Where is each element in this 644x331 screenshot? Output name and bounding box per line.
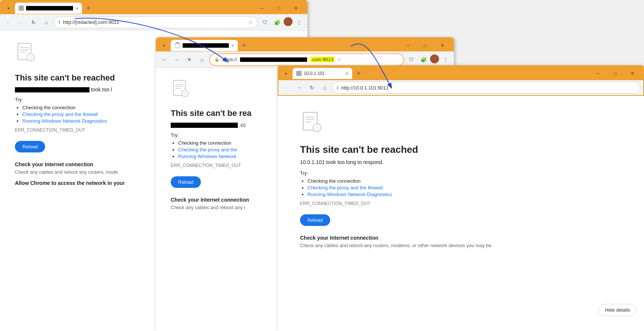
page-content-3: :( This site can't be reached 10.0.1.101… [278,96,644,331]
reload-button-2[interactable]: Reload [171,176,201,188]
menu-icon-1[interactable]: ⋮ [294,17,304,28]
window-controls-2: ─ □ ✕ [400,40,451,51]
active-tab-2[interactable]: ✕ [171,40,238,51]
section-text-3: Check any cables and reboot any routers,… [300,242,622,249]
hide-details-button[interactable]: Hide details [599,304,637,316]
svg-text::(: :( [315,124,319,131]
tab-spinner-2 [174,42,180,48]
avatar-2[interactable] [430,54,439,63]
error-icon-2: :( [171,79,191,100]
shield-icon-2[interactable]: 🛡 [406,54,417,65]
chevron-down-icon: ▾ [7,6,9,10]
url-suffix-2: .com:9013 [310,57,334,62]
error-subtitle-3: 10.0.1.101 took too long to respond. [300,159,622,165]
reload-btn-3[interactable]: ↻ [307,82,317,93]
maximize-btn-1[interactable]: □ [270,2,287,14]
address-bar-1[interactable]: ℹ http://[redacted].com:9011 ☆ [54,16,258,28]
new-tab-btn-2[interactable]: + [239,41,249,50]
close-btn-1[interactable]: ✕ [287,2,304,14]
redacted-domain-2 [171,123,238,128]
url-text-3: http://10.0.1.101:9011 [341,85,635,91]
diagnostics-link-2[interactable]: Running Windows Network [178,154,236,159]
reload-btn-1[interactable]: ↻ [28,17,39,28]
tab-close-2[interactable]: ✕ [231,44,234,48]
active-tab-1[interactable]: ✕ [15,3,82,14]
error-icon-1: :( [15,42,37,64]
url-redacted-2 [240,57,307,62]
try-item-3-2[interactable]: Checking the proxy and the firewall [307,185,622,190]
star-icon-1[interactable]: ☆ [249,20,253,25]
tab-close-3[interactable]: ✕ [345,72,348,76]
tab-title-1 [26,6,73,10]
close-btn-2[interactable]: ✕ [434,40,451,51]
diagnostics-link-3[interactable]: Running Windows Network Diagnostics [307,192,392,197]
error-subtitle-suffix-1: took too l [91,86,112,92]
proxy-link-3[interactable]: Checking the proxy and the firewall [307,185,383,190]
chevron-down-icon-2: ▾ [163,44,165,48]
new-tab-btn-3[interactable]: + [354,69,363,78]
menu-icon-2[interactable]: ⋮ [441,54,451,65]
window-controls-3: ─ □ ✕ [590,67,641,79]
forward-btn-1[interactable]: → [16,17,26,28]
minimize-btn-3[interactable]: ─ [590,67,607,79]
tab-title-3: 10.0.1.101 [304,71,343,76]
star-icon-2[interactable]: ☆ [337,57,341,62]
url-text-1: http://[redacted].com:9011 [63,19,246,25]
forward-btn-2[interactable]: → [171,54,182,65]
new-tab-btn-1[interactable]: + [83,3,93,13]
extensions-icon-1[interactable]: 🧩 [272,17,282,28]
address-bar-3[interactable]: ℹ http://10.0.1.101:9011 [332,82,640,94]
url-text-2: https:// [222,57,237,62]
maximize-btn-2[interactable]: □ [417,40,434,51]
active-tab-3[interactable]: 10.0.1.101 ✕ [293,68,352,79]
home-btn-2[interactable]: ⌂ [197,54,207,65]
close-btn-3[interactable]: ✕ [624,67,641,79]
back-btn-1[interactable]: ← [3,17,13,28]
error-subtitle-suffix-2: .cc [239,122,246,128]
info-icon-3: ℹ [337,85,338,90]
tab-dropdown-btn-2[interactable]: ▾ [159,40,169,51]
close-loading-btn-2[interactable]: ✕ [184,54,195,65]
back-btn-2[interactable]: ← [159,54,169,65]
reload-button-3[interactable]: Reload [300,214,330,226]
svg-text::(: :( [184,91,187,96]
extensions-icon-2[interactable]: 🧩 [418,54,429,65]
redacted-domain-1 [15,87,89,92]
reload-button-1[interactable]: Reload [15,141,45,152]
window-controls-1: ─ □ ✕ [253,2,304,14]
avatar-1[interactable] [284,17,293,26]
svg-text::(: :( [29,54,32,60]
toolbar-1: ← → ↻ ⌂ ℹ http://[redacted].com:9011 ☆ 🛡… [0,14,307,31]
home-btn-3[interactable]: ⌂ [319,82,330,93]
try-list-3: Checking the connection Checking the pro… [300,178,622,197]
maximize-btn-3[interactable]: □ [607,67,624,79]
address-bar-2[interactable]: 🔒 https:// .com:9013 ☆ [209,54,404,66]
try-section-3: Try: Checking the connection Checking th… [300,170,622,197]
tab-dropdown-btn-1[interactable]: ▾ [3,3,13,13]
try-item-3-1: Checking the connection [307,178,622,184]
back-btn-3[interactable]: ← [281,82,292,93]
chevron-down-icon-3: ▾ [285,72,287,76]
section-title-3: Check your Internet connection [300,235,622,241]
diagnostics-link-1[interactable]: Running Windows Network Diagnostics [22,118,107,124]
minimize-btn-2[interactable]: ─ [400,40,417,51]
try-item-3-3[interactable]: Running Windows Network Diagnostics [307,192,622,197]
tab-favicon-1 [19,6,24,11]
proxy-link-2[interactable]: Checking the proxy and the [178,147,237,152]
tab-favicon-3 [296,71,302,76]
forward-btn-3[interactable]: → [294,82,304,93]
toolbar-3: ← → ↻ ⌂ ℹ http://10.0.1.101:9011 [278,79,644,96]
tab-close-1[interactable]: ✕ [75,6,78,10]
tab-dropdown-btn-3[interactable]: ▾ [281,68,291,79]
error-icon-3: :( [300,111,324,135]
shield-icon-1[interactable]: 🛡 [260,17,270,28]
home-btn-1[interactable]: ⌂ [41,17,51,28]
lock-icon-2: 🔒 [214,57,220,62]
section-internet-3: Check your Internet connection Check any… [300,235,622,249]
proxy-link-1[interactable]: Checking the proxy and the firewall [22,111,98,117]
toolbar-icons-1: 🛡 🧩 ⋮ [260,17,304,28]
lock-icon-1: ℹ [59,20,60,25]
minimize-btn-1[interactable]: ─ [253,2,270,14]
browser-window-3: ▾ 10.0.1.101 ✕ + ─ □ ✕ ← → ↻ ⌂ ℹ http://… [278,65,644,331]
error-code-3: ERR_CONNECTION_TIMED_OUT [300,201,622,206]
